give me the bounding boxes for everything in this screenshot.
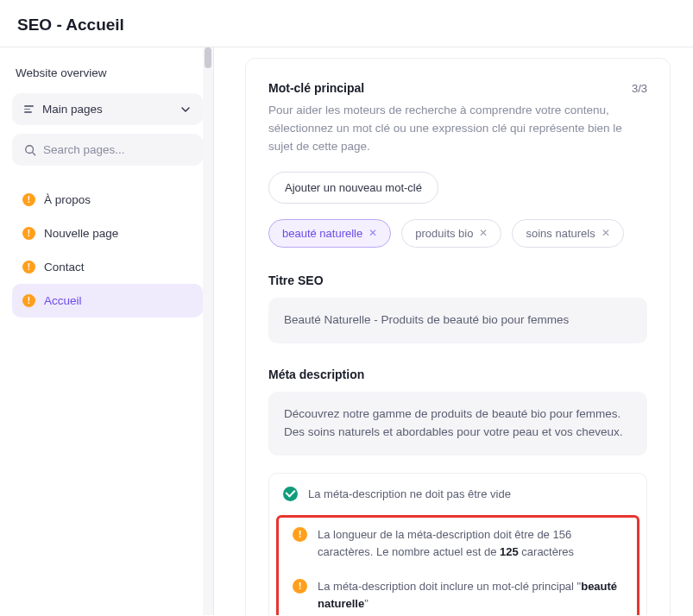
keyword-chip-soins-naturels[interactable]: soins naturels ✕ [512,219,623,248]
page-header: SEO - Accueil [0,0,693,47]
validation-list: La méta-description ne doit pas être vid… [268,473,647,615]
meta-description-field[interactable]: Découvrez notre gamme de produits de bea… [268,392,647,456]
page-list: À propos Nouvelle page Contact Accueil [12,183,203,317]
warning-icon [293,527,307,542]
warning-icon [293,579,307,594]
search-icon [24,144,36,156]
validation-row-length: La longueur de la méta-description doit … [279,518,637,569]
sidebar-item-nouvelle-page[interactable]: Nouvelle page [12,217,203,250]
chip-label: beauté naturelle [282,227,362,240]
add-keyword-button[interactable]: Ajouter un nouveau mot-clé [268,172,438,204]
sidebar-item-a-propos[interactable]: À propos [12,183,203,217]
keyword-counter: 3/3 [632,82,647,95]
close-icon[interactable]: ✕ [602,227,610,239]
sidebar: Website overview Main pages À propos Nou… [0,47,214,615]
scrollbar-thumb[interactable] [205,47,211,68]
highlighted-warnings: La longueur de la méta-description doit … [276,515,639,615]
warning-icon [22,227,35,240]
keyword-description: Pour aider les moteurs de recherche à co… [268,102,647,156]
close-icon[interactable]: ✕ [369,227,377,239]
keyword-section-title: Mot-clé principal [268,81,364,95]
list-icon [24,105,34,113]
svg-line-1 [33,152,35,154]
validation-text: La méta-description ne doit pas être vid… [308,486,511,503]
keyword-chip-beaute-naturelle[interactable]: beauté naturelle ✕ [268,219,391,248]
keyword-chip-produits-bio[interactable]: produits bio ✕ [401,219,501,248]
page-title: SEO - Accueil [17,16,676,35]
validation-row-keyword: La méta-description doit inclure un mot-… [279,569,637,615]
keyword-chip-row: beauté naturelle ✕ produits bio ✕ soins … [268,219,647,248]
chevron-down-icon [180,104,191,115]
sidebar-item-contact[interactable]: Contact [12,250,203,284]
chip-label: soins naturels [526,227,595,240]
sidebar-item-label: Accueil [44,294,82,307]
close-icon[interactable]: ✕ [479,227,488,239]
sidebar-item-accueil[interactable]: Accueil [12,284,203,317]
validation-row-ok: La méta-description ne doit pas être vid… [269,477,646,512]
main-pages-dropdown[interactable]: Main pages [12,93,203,125]
check-ok-icon [283,487,298,501]
warning-icon [22,294,35,307]
search-input[interactable] [43,143,191,156]
chip-label: produits bio [415,227,473,240]
warning-icon [22,193,35,206]
seo-title-label: Titre SEO [268,273,647,287]
sidebar-scrollbar[interactable] [203,47,213,615]
main-content: Mot-clé principal 3/3 Pour aider les mot… [214,47,693,615]
warning-icon [22,261,35,273]
search-pages-box[interactable] [12,134,203,166]
sidebar-item-label: Contact [44,261,85,273]
website-overview-link[interactable]: Website overview [12,63,203,93]
sidebar-item-label: À propos [44,193,91,206]
validation-text: La longueur de la méta-description doit … [318,526,623,561]
seo-title-field[interactable]: Beauté Naturelle - Produits de beauté bi… [268,298,647,343]
dropdown-label: Main pages [42,103,103,116]
sidebar-item-label: Nouvelle page [44,227,118,240]
validation-text: La méta-description doit inclure un mot-… [318,578,623,613]
seo-card: Mot-clé principal 3/3 Pour aider les mot… [245,58,671,615]
meta-description-label: Méta description [268,368,647,381]
